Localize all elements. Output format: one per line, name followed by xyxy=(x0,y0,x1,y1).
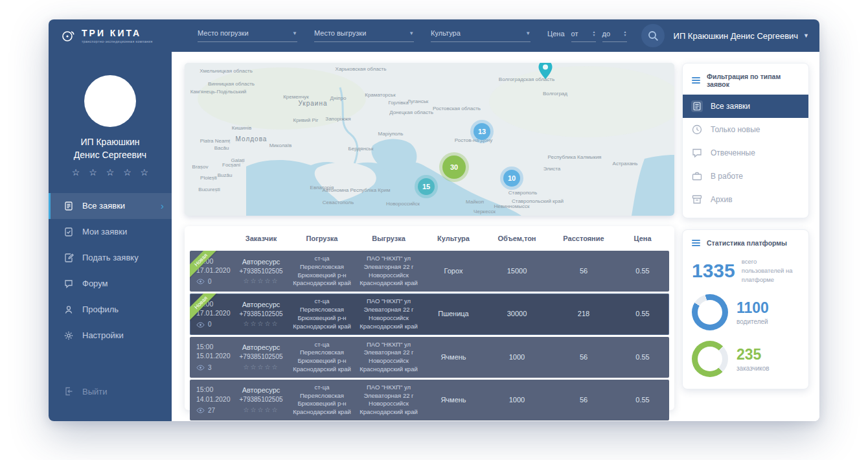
sidebar-item-forum[interactable]: Форум xyxy=(49,271,172,297)
culture-cell: Ячмень xyxy=(424,337,483,378)
stepper-arrows-icon[interactable]: ▲▼ xyxy=(593,30,596,37)
document-icon xyxy=(691,100,703,112)
logout-button[interactable]: Выйти xyxy=(49,378,172,404)
map[interactable]: Хмельницкая областьВинницкая областьКам'… xyxy=(185,63,674,216)
orders-table: Заказчик Погрузка Выгрузка Культура Объе… xyxy=(185,226,674,410)
brand-title: ТРИ КИТА xyxy=(82,28,153,38)
price-cell: 0.55 xyxy=(616,293,669,334)
map-cluster-marker[interactable]: 30 xyxy=(442,155,466,179)
user-account-menu[interactable]: ИП Краюшкин Денис Сергеевич ▼ xyxy=(674,31,809,41)
filter-panel-title-row: Фильтрация по типам заявок xyxy=(683,73,808,95)
filter-item-new[interactable]: Только новые xyxy=(683,118,808,141)
culture-cell: Горох xyxy=(424,251,483,292)
customers-value: 235 xyxy=(737,346,770,363)
stat-total-users: 1335 всего пользователей на платформе xyxy=(692,257,799,284)
sidebar: ТРИ КИТА транспортно-экспедиционная комп… xyxy=(49,19,172,421)
eye-icon xyxy=(196,279,205,284)
distance-cell: 56 xyxy=(551,380,616,420)
loading-place-select[interactable]: Место погрузки ▼ xyxy=(198,29,297,42)
table-row[interactable]: 15:0015.01.20203Авторесурс+79385102505☆☆… xyxy=(190,337,669,378)
filter-item-answered[interactable]: Отвеченные xyxy=(683,141,808,165)
loading-cell: ст-ца Переясловская Брюховецкий р-н Крас… xyxy=(291,337,353,378)
eye-icon xyxy=(196,322,205,328)
customer-rating-stars: ☆☆☆☆☆ xyxy=(244,319,279,328)
filter-panel-title: Фильтрация по типам заявок xyxy=(707,73,799,88)
sidebar-item-all-orders[interactable]: Все заявки › xyxy=(49,193,172,219)
distance-cell: 56 xyxy=(551,337,616,378)
eye-icon xyxy=(196,365,205,371)
table-row[interactable]: Новая15:0017.01.20200Авторесурс+79385102… xyxy=(190,251,669,292)
stepper-arrows-icon[interactable]: ▲▼ xyxy=(624,30,627,37)
archive-icon xyxy=(691,194,703,205)
stats-panel-title: Статистика платформы xyxy=(707,239,787,247)
search-icon xyxy=(647,30,659,41)
loading-cell: ст-ца Переясловская Брюховецкий р-н Крас… xyxy=(291,380,353,420)
culture-cell: Пшеница xyxy=(424,293,483,334)
customers-donut xyxy=(692,341,728,377)
document-icon xyxy=(63,201,74,211)
total-users-caption: всего пользователей на платформе xyxy=(742,257,799,284)
price-label: Цена xyxy=(547,30,564,42)
price-cell: 0.55 xyxy=(616,380,669,420)
total-users-value: 1335 xyxy=(692,260,735,282)
content-row: Хмельницкая областьВинницкая областьКам'… xyxy=(172,52,819,421)
column-customer: Заказчик xyxy=(231,235,291,242)
map-cluster-marker[interactable]: 15 xyxy=(418,178,435,195)
chevron-down-icon: ▼ xyxy=(803,32,809,39)
order-date-cell: 15:0015.01.20203 xyxy=(190,337,231,378)
filter-item-archive[interactable]: Архив xyxy=(683,188,808,211)
column-volume: Объем,тон xyxy=(483,235,551,242)
dashboard: ТРИ КИТА транспортно-экспедиционная комп… xyxy=(49,19,819,421)
stats-panel: Статистика платформы 1335 всего пользова… xyxy=(682,229,809,389)
drivers-donut xyxy=(692,294,728,330)
drivers-caption: водителей xyxy=(737,318,769,325)
unloading-cell: ПАО "НКХП" ул Элеваторная 22 г Новоросси… xyxy=(353,380,424,420)
user-rating-stars[interactable]: ☆ ☆ ☆ ☆ ☆ xyxy=(49,167,172,178)
map-cluster-marker[interactable]: 13 xyxy=(474,123,490,140)
logout-icon xyxy=(63,386,74,397)
chevron-down-icon: ▼ xyxy=(292,30,297,36)
customer-rating-stars: ☆☆☆☆☆ xyxy=(244,406,279,415)
map-cluster-marker[interactable]: 10 xyxy=(503,170,520,187)
document-pencil-icon xyxy=(63,253,74,263)
unloading-cell: ПАО "НКХП" ул Элеваторная 22 г Новоросси… xyxy=(353,337,424,378)
loading-cell: ст-ца Переясловская Брюховецкий р-н Крас… xyxy=(291,251,353,292)
views-count: 27 xyxy=(196,406,215,415)
culture-cell: Ячмень xyxy=(424,380,483,420)
sidebar-item-submit-order[interactable]: Подать заявку xyxy=(49,245,172,271)
user-avatar[interactable] xyxy=(84,75,136,127)
price-to-input[interactable]: до ▲▼ xyxy=(602,30,627,42)
table-row[interactable]: Новая15:0017.01.20200Авторесурс+79385102… xyxy=(190,293,669,334)
top-filter-bar: Место погрузки ▼ Место выгрузки ▼ Культу… xyxy=(172,19,819,52)
person-icon xyxy=(63,305,74,315)
filter-item-in-progress[interactable]: В работе xyxy=(683,165,808,188)
volume-cell: 1000 xyxy=(483,380,551,420)
price-cell: 0.55 xyxy=(616,337,669,378)
sidebar-item-my-orders[interactable]: Мои заявки xyxy=(49,219,172,245)
chat-icon xyxy=(63,279,74,289)
filter-item-all[interactable]: Все заявки xyxy=(683,95,808,118)
map-pin[interactable] xyxy=(538,63,553,82)
customers-caption: заказчиков xyxy=(737,365,770,372)
chevron-down-icon: ▼ xyxy=(409,30,414,36)
table-row[interactable]: 15:0014.01.202027Авторесурс+79385102505☆… xyxy=(190,380,669,420)
stats-panel-title-row: Статистика платформы xyxy=(692,239,799,249)
culture-select[interactable]: Культура ▼ xyxy=(431,29,531,42)
customer-cell: Авторесурс+79385102505☆☆☆☆☆ xyxy=(231,337,291,378)
brand: ТРИ КИТА транспортно-экспедиционная комп… xyxy=(49,19,172,52)
gear-icon xyxy=(63,330,74,341)
brand-text: ТРИ КИТА транспортно-экспедиционная комп… xyxy=(82,28,153,43)
price-from-input[interactable]: от ▲▼ xyxy=(571,30,596,42)
column-distance: Расстояние xyxy=(551,235,616,242)
column-loading: Погрузка xyxy=(291,235,353,242)
drivers-value: 1100 xyxy=(737,299,769,317)
clock-icon xyxy=(691,124,703,135)
brand-subtitle: транспортно-экспедиционная компания xyxy=(82,40,153,43)
unloading-place-select[interactable]: Место выгрузки ▼ xyxy=(314,29,414,42)
center-column: Хмельницкая областьВинницкая областьКам'… xyxy=(172,52,682,421)
views-count: 0 xyxy=(196,277,212,286)
customer-rating-stars: ☆☆☆☆☆ xyxy=(244,277,279,286)
sidebar-item-profile[interactable]: Профиль xyxy=(49,297,172,323)
sidebar-item-settings[interactable]: Настройки xyxy=(49,323,172,349)
search-button[interactable] xyxy=(641,24,665,47)
